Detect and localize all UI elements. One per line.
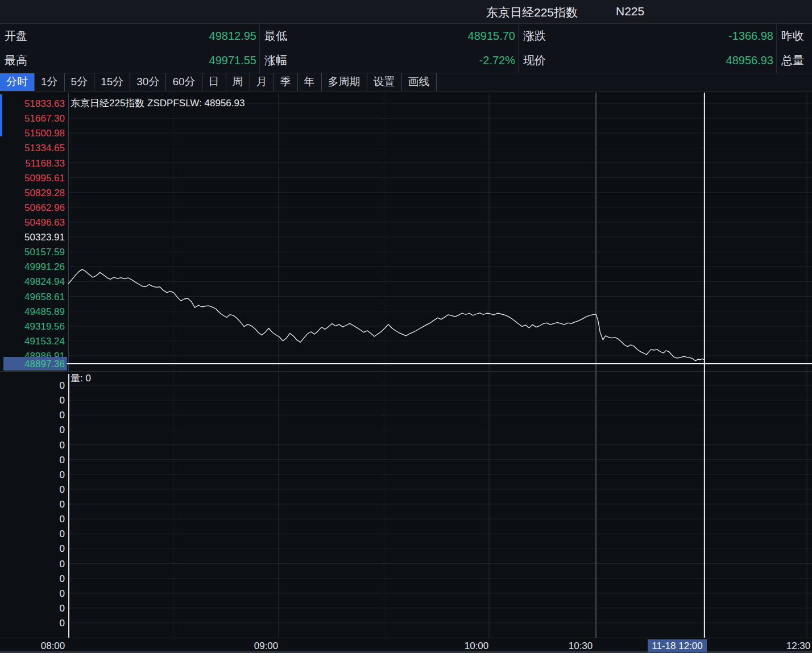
stat-value: 49812.95 xyxy=(209,30,259,43)
price-axis-label-green: 49153.24 xyxy=(24,336,65,347)
stats-col-1: 开盘 49812.95 最高 49971.55 xyxy=(0,24,260,73)
tab-period-0[interactable]: 分时 xyxy=(0,73,35,91)
tab-period-2[interactable]: 5分 xyxy=(65,73,95,91)
stat-value: -2.72% xyxy=(479,54,518,67)
volume-axis-label: 0 xyxy=(60,484,65,495)
price-axis-label-white: 50323.91 xyxy=(24,232,65,243)
price-axis-label-green: 49658.61 xyxy=(24,292,65,302)
stats-col-3: 涨跌 -1366.98 现价 48956.93 xyxy=(519,24,777,73)
time-axis-label: 12:30 xyxy=(786,640,811,651)
chart-title: 东京日经225指数 ZSDPFSLW: 48956.93 xyxy=(71,98,245,109)
stat-label: 最高 xyxy=(5,53,27,68)
stat-label: 开盘 xyxy=(5,28,27,44)
instrument-title: 东京日经225指数 xyxy=(486,5,578,20)
volume-axis-label: 0 xyxy=(60,618,65,629)
crosshair-time-label: 11-18 12:00 xyxy=(652,640,702,651)
crosshair-price-label: 48897.36 xyxy=(24,359,65,369)
price-line xyxy=(68,269,705,361)
price-axis-label-red: 51500.98 xyxy=(24,128,65,139)
time-axis-label: 08:00 xyxy=(41,640,65,651)
stat-change-pct: 涨幅 -2.72% xyxy=(260,48,518,73)
volume-axis-label: 0 xyxy=(60,543,65,554)
stat-value: 48956.93 xyxy=(726,54,776,67)
price-axis-label-red: 50662.96 xyxy=(24,202,65,213)
volume-axis-label: 0 xyxy=(60,395,65,406)
stats-panel: 开盘 49812.95 最高 49971.55 最低 48915.70 涨幅 -… xyxy=(0,23,812,73)
stat-last: 现价 48956.93 xyxy=(519,48,776,73)
tab-period-11[interactable]: 多周期 xyxy=(322,73,367,91)
tab-period-7[interactable]: 周 xyxy=(226,73,250,91)
intraday-chart-canvas[interactable]: 0000000000000000051833.6351667.3051500.9… xyxy=(0,91,812,653)
tab-period-5[interactable]: 60分 xyxy=(166,73,202,91)
price-axis-label-red: 51168.33 xyxy=(25,158,65,169)
volume-axis-label: 0 xyxy=(60,455,65,465)
instrument-symbol: N225 xyxy=(616,5,644,18)
price-axis-label-red: 51334.65 xyxy=(24,143,65,153)
stat-change: 涨跌 -1366.98 xyxy=(519,24,776,48)
stat-label: 最低 xyxy=(264,28,287,44)
volume-axis-label: 0 xyxy=(60,440,65,451)
tab-period-3[interactable]: 15分 xyxy=(94,73,130,91)
time-axis-label: 10:30 xyxy=(569,640,593,651)
volume-axis-label: 0 xyxy=(60,469,65,480)
price-axis-label-red: 50496.63 xyxy=(24,217,65,228)
stat-label: 涨跌 xyxy=(523,28,546,44)
stat-label: 涨幅 xyxy=(264,53,287,68)
stat-total-volume: 总量 xyxy=(777,48,812,73)
tab-period-4[interactable]: 30分 xyxy=(130,73,166,91)
volume-axis-label: 0 xyxy=(60,410,65,421)
price-axis-label-red: 50829.28 xyxy=(24,188,65,198)
stats-col-2: 最低 48915.70 涨幅 -2.72% xyxy=(260,24,519,73)
tab-period-6[interactable]: 日 xyxy=(202,73,226,91)
tab-period-9[interactable]: 季 xyxy=(274,73,298,91)
price-axis-label-green: 49485.89 xyxy=(24,306,65,317)
period-tabbar: 分时1分5分15分30分60分日周月季年多周期设置画线 xyxy=(0,73,812,91)
volume-axis-label: 0 xyxy=(60,588,65,599)
price-axis-label-green: 49991.26 xyxy=(24,261,65,272)
stat-value: 49971.55 xyxy=(209,54,259,67)
volume-axis-label: 0 xyxy=(60,603,65,614)
price-axis-label-green: 50157.59 xyxy=(24,247,65,257)
volume-axis-label: 0 xyxy=(60,529,65,539)
time-axis-label: 09:00 xyxy=(254,640,279,651)
price-axis-label-red: 51667.30 xyxy=(24,113,65,124)
stat-label: 总量 xyxy=(781,53,804,68)
volume-axis-label: 0 xyxy=(60,573,65,584)
stat-low: 最低 48915.70 xyxy=(260,24,518,48)
volume-axis-label: 0 xyxy=(60,559,65,569)
volume-axis-label: 0 xyxy=(60,425,65,435)
stat-value: -1366.98 xyxy=(728,30,776,43)
tab-period-12[interactable]: 设置 xyxy=(367,73,402,91)
stat-high: 最高 49971.55 xyxy=(0,48,259,73)
left-edge-accent-strip xyxy=(0,94,2,136)
stat-label: 昨收 xyxy=(781,28,804,44)
volume-axis-label: 0 xyxy=(60,514,65,525)
window-header: 东京日经225指数 N225 xyxy=(0,0,812,23)
stat-value: 48915.70 xyxy=(468,30,518,43)
price-axis-label-red: 50995.61 xyxy=(24,173,65,184)
price-axis-label-green: 49319.56 xyxy=(24,321,65,332)
tab-period-1[interactable]: 1分 xyxy=(35,73,65,91)
time-axis-label: 10:00 xyxy=(465,640,489,651)
price-axis-label-red: 51833.63 xyxy=(24,98,65,109)
stat-label: 现价 xyxy=(523,53,546,68)
stats-col-4: 昨收 总量 xyxy=(777,24,812,73)
tab-period-13[interactable]: 画线 xyxy=(402,73,437,91)
stat-prev-close: 昨收 xyxy=(777,24,812,48)
stat-open: 开盘 49812.95 xyxy=(0,24,259,48)
tab-period-8[interactable]: 月 xyxy=(250,73,274,91)
volume-axis-label: 0 xyxy=(60,380,65,391)
app-window: 东京日经225指数 N225 开盘 49812.95 最高 49971.55 最… xyxy=(0,0,812,653)
tab-period-10[interactable]: 年 xyxy=(298,73,322,91)
volume-label: 量: 0 xyxy=(71,373,91,384)
chart-area[interactable]: 0000000000000000051833.6351667.3051500.9… xyxy=(0,91,812,653)
volume-axis-label: 0 xyxy=(60,499,65,510)
price-axis-label-green: 49824.94 xyxy=(24,276,65,287)
